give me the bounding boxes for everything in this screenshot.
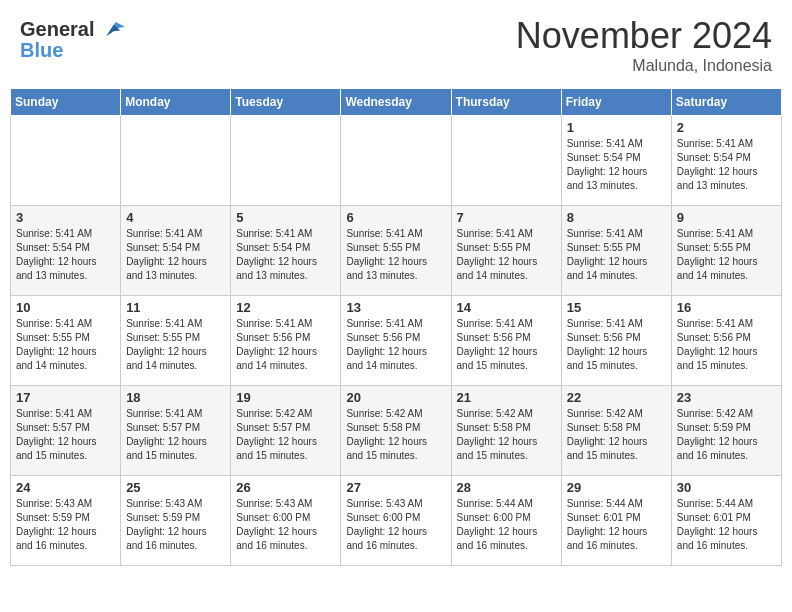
calendar-cell: 6Sunrise: 5:41 AM Sunset: 5:55 PM Daylig…	[341, 206, 451, 296]
calendar-week-row-3: 10Sunrise: 5:41 AM Sunset: 5:55 PM Dayli…	[11, 296, 782, 386]
calendar-cell: 18Sunrise: 5:41 AM Sunset: 5:57 PM Dayli…	[121, 386, 231, 476]
day-info: Sunrise: 5:41 AM Sunset: 5:55 PM Dayligh…	[126, 317, 225, 373]
logo-blue-text: Blue	[20, 39, 63, 62]
day-number: 2	[677, 120, 776, 135]
day-number: 24	[16, 480, 115, 495]
day-number: 8	[567, 210, 666, 225]
day-number: 23	[677, 390, 776, 405]
day-number: 11	[126, 300, 225, 315]
weekday-header-monday: Monday	[121, 89, 231, 116]
calendar-cell: 13Sunrise: 5:41 AM Sunset: 5:56 PM Dayli…	[341, 296, 451, 386]
logo-bird-icon	[97, 15, 125, 43]
calendar-table: SundayMondayTuesdayWednesdayThursdayFrid…	[10, 88, 782, 566]
weekday-header-friday: Friday	[561, 89, 671, 116]
calendar-cell: 11Sunrise: 5:41 AM Sunset: 5:55 PM Dayli…	[121, 296, 231, 386]
calendar-cell: 28Sunrise: 5:44 AM Sunset: 6:00 PM Dayli…	[451, 476, 561, 566]
day-info: Sunrise: 5:41 AM Sunset: 5:54 PM Dayligh…	[16, 227, 115, 283]
calendar-cell: 27Sunrise: 5:43 AM Sunset: 6:00 PM Dayli…	[341, 476, 451, 566]
day-number: 22	[567, 390, 666, 405]
day-number: 12	[236, 300, 335, 315]
day-info: Sunrise: 5:41 AM Sunset: 5:56 PM Dayligh…	[567, 317, 666, 373]
calendar-week-row-5: 24Sunrise: 5:43 AM Sunset: 5:59 PM Dayli…	[11, 476, 782, 566]
day-info: Sunrise: 5:41 AM Sunset: 5:55 PM Dayligh…	[457, 227, 556, 283]
day-info: Sunrise: 5:41 AM Sunset: 5:55 PM Dayligh…	[346, 227, 445, 283]
calendar-cell: 8Sunrise: 5:41 AM Sunset: 5:55 PM Daylig…	[561, 206, 671, 296]
calendar-cell: 16Sunrise: 5:41 AM Sunset: 5:56 PM Dayli…	[671, 296, 781, 386]
calendar-cell: 17Sunrise: 5:41 AM Sunset: 5:57 PM Dayli…	[11, 386, 121, 476]
day-number: 14	[457, 300, 556, 315]
calendar-cell: 5Sunrise: 5:41 AM Sunset: 5:54 PM Daylig…	[231, 206, 341, 296]
calendar-week-row-1: 1Sunrise: 5:41 AM Sunset: 5:54 PM Daylig…	[11, 116, 782, 206]
day-info: Sunrise: 5:42 AM Sunset: 5:58 PM Dayligh…	[567, 407, 666, 463]
day-number: 3	[16, 210, 115, 225]
day-info: Sunrise: 5:42 AM Sunset: 5:58 PM Dayligh…	[346, 407, 445, 463]
calendar-cell: 2Sunrise: 5:41 AM Sunset: 5:54 PM Daylig…	[671, 116, 781, 206]
calendar-cell: 15Sunrise: 5:41 AM Sunset: 5:56 PM Dayli…	[561, 296, 671, 386]
calendar-cell	[121, 116, 231, 206]
day-info: Sunrise: 5:44 AM Sunset: 6:01 PM Dayligh…	[677, 497, 776, 553]
calendar-cell: 29Sunrise: 5:44 AM Sunset: 6:01 PM Dayli…	[561, 476, 671, 566]
calendar-cell: 25Sunrise: 5:43 AM Sunset: 5:59 PM Dayli…	[121, 476, 231, 566]
calendar-cell: 22Sunrise: 5:42 AM Sunset: 5:58 PM Dayli…	[561, 386, 671, 476]
day-number: 1	[567, 120, 666, 135]
calendar-cell: 12Sunrise: 5:41 AM Sunset: 5:56 PM Dayli…	[231, 296, 341, 386]
calendar-week-row-4: 17Sunrise: 5:41 AM Sunset: 5:57 PM Dayli…	[11, 386, 782, 476]
calendar-cell: 19Sunrise: 5:42 AM Sunset: 5:57 PM Dayli…	[231, 386, 341, 476]
day-number: 30	[677, 480, 776, 495]
calendar-cell: 21Sunrise: 5:42 AM Sunset: 5:58 PM Dayli…	[451, 386, 561, 476]
calendar-cell	[11, 116, 121, 206]
calendar-cell: 20Sunrise: 5:42 AM Sunset: 5:58 PM Dayli…	[341, 386, 451, 476]
calendar-cell: 7Sunrise: 5:41 AM Sunset: 5:55 PM Daylig…	[451, 206, 561, 296]
day-info: Sunrise: 5:44 AM Sunset: 6:01 PM Dayligh…	[567, 497, 666, 553]
day-number: 29	[567, 480, 666, 495]
day-info: Sunrise: 5:42 AM Sunset: 5:59 PM Dayligh…	[677, 407, 776, 463]
day-number: 15	[567, 300, 666, 315]
day-info: Sunrise: 5:41 AM Sunset: 5:54 PM Dayligh…	[567, 137, 666, 193]
day-number: 26	[236, 480, 335, 495]
day-number: 20	[346, 390, 445, 405]
day-number: 28	[457, 480, 556, 495]
weekday-header-tuesday: Tuesday	[231, 89, 341, 116]
day-info: Sunrise: 5:43 AM Sunset: 5:59 PM Dayligh…	[16, 497, 115, 553]
day-info: Sunrise: 5:42 AM Sunset: 5:58 PM Dayligh…	[457, 407, 556, 463]
location-subtitle: Malunda, Indonesia	[516, 57, 772, 75]
day-info: Sunrise: 5:41 AM Sunset: 5:55 PM Dayligh…	[567, 227, 666, 283]
weekday-header-wednesday: Wednesday	[341, 89, 451, 116]
weekday-header-thursday: Thursday	[451, 89, 561, 116]
calendar-cell: 30Sunrise: 5:44 AM Sunset: 6:01 PM Dayli…	[671, 476, 781, 566]
day-number: 13	[346, 300, 445, 315]
day-number: 25	[126, 480, 225, 495]
day-info: Sunrise: 5:41 AM Sunset: 5:57 PM Dayligh…	[126, 407, 225, 463]
calendar-title-block: November 2024 Malunda, Indonesia	[516, 15, 772, 75]
calendar-cell: 24Sunrise: 5:43 AM Sunset: 5:59 PM Dayli…	[11, 476, 121, 566]
calendar-cell	[231, 116, 341, 206]
day-info: Sunrise: 5:41 AM Sunset: 5:54 PM Dayligh…	[126, 227, 225, 283]
day-number: 18	[126, 390, 225, 405]
day-info: Sunrise: 5:41 AM Sunset: 5:55 PM Dayligh…	[677, 227, 776, 283]
day-info: Sunrise: 5:41 AM Sunset: 5:55 PM Dayligh…	[16, 317, 115, 373]
day-info: Sunrise: 5:43 AM Sunset: 5:59 PM Dayligh…	[126, 497, 225, 553]
weekday-header-sunday: Sunday	[11, 89, 121, 116]
day-number: 5	[236, 210, 335, 225]
day-number: 17	[16, 390, 115, 405]
month-title: November 2024	[516, 15, 772, 57]
calendar-cell: 26Sunrise: 5:43 AM Sunset: 6:00 PM Dayli…	[231, 476, 341, 566]
page-header: General Blue November 2024 Malunda, Indo…	[10, 10, 782, 80]
day-info: Sunrise: 5:43 AM Sunset: 6:00 PM Dayligh…	[346, 497, 445, 553]
day-info: Sunrise: 5:43 AM Sunset: 6:00 PM Dayligh…	[236, 497, 335, 553]
day-number: 6	[346, 210, 445, 225]
weekday-header-row: SundayMondayTuesdayWednesdayThursdayFrid…	[11, 89, 782, 116]
calendar-cell: 10Sunrise: 5:41 AM Sunset: 5:55 PM Dayli…	[11, 296, 121, 386]
logo: General Blue	[20, 15, 125, 62]
day-info: Sunrise: 5:41 AM Sunset: 5:56 PM Dayligh…	[457, 317, 556, 373]
day-number: 4	[126, 210, 225, 225]
logo-general-text: General	[20, 18, 94, 41]
day-info: Sunrise: 5:41 AM Sunset: 5:56 PM Dayligh…	[346, 317, 445, 373]
calendar-cell: 14Sunrise: 5:41 AM Sunset: 5:56 PM Dayli…	[451, 296, 561, 386]
day-number: 27	[346, 480, 445, 495]
day-info: Sunrise: 5:41 AM Sunset: 5:56 PM Dayligh…	[236, 317, 335, 373]
day-number: 7	[457, 210, 556, 225]
weekday-header-saturday: Saturday	[671, 89, 781, 116]
calendar-cell: 9Sunrise: 5:41 AM Sunset: 5:55 PM Daylig…	[671, 206, 781, 296]
calendar-cell: 23Sunrise: 5:42 AM Sunset: 5:59 PM Dayli…	[671, 386, 781, 476]
